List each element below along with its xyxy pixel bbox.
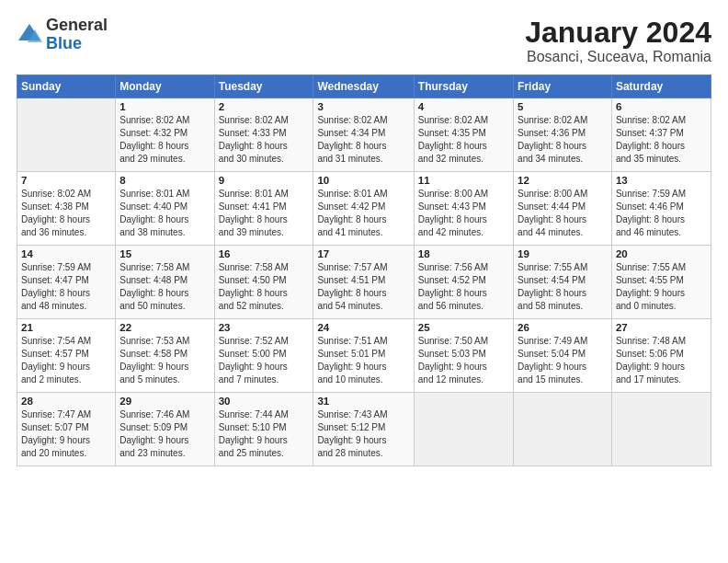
cell-date: 1 [119,101,210,112]
cell-date: 13 [616,175,707,186]
day-header-sunday: Sunday [17,75,116,98]
cell-date: 23 [219,322,310,333]
cell-date: 8 [119,175,210,186]
sunrise-text: Sunrise: 8:01 AM [119,189,189,199]
daylight-text: Daylight: 9 hoursand 2 minutes. [21,362,90,385]
daylight-text: Daylight: 8 hoursand 44 minutes. [518,214,586,237]
sunrise-text: Sunrise: 8:02 AM [518,115,587,125]
sunrise-text: Sunrise: 7:58 AM [119,262,189,272]
sunrise-text: Sunrise: 7:46 AM [119,409,189,419]
sunrise-text: Sunrise: 8:00 AM [518,189,587,199]
sunrise-text: Sunrise: 7:58 AM [219,262,289,272]
cell-date: 22 [119,322,210,333]
sunset-text: Sunset: 5:04 PM [518,349,586,359]
daylight-text: Daylight: 8 hoursand 50 minutes. [119,288,188,311]
sunset-text: Sunset: 5:09 PM [119,422,188,432]
sunrise-text: Sunrise: 7:53 AM [119,336,189,346]
cell-date: 30 [219,396,310,407]
daylight-text: Daylight: 8 hoursand 34 minutes. [518,141,586,164]
calendar-cell: 22Sunrise: 7:53 AMSunset: 4:58 PMDayligh… [116,319,214,393]
sunrise-text: Sunrise: 7:48 AM [616,336,686,346]
sunset-text: Sunset: 4:32 PM [119,128,188,138]
sunset-text: Sunset: 4:55 PM [616,275,684,285]
calendar-cell: 24Sunrise: 7:51 AMSunset: 5:01 PMDayligh… [313,319,414,393]
calendar-body: 1Sunrise: 8:02 AMSunset: 4:32 PMDaylight… [17,98,711,466]
day-header-monday: Monday [116,75,214,98]
sunrise-text: Sunrise: 7:54 AM [21,336,91,346]
cell-info: Sunrise: 8:02 AMSunset: 4:32 PMDaylight:… [119,114,210,166]
sunrise-text: Sunrise: 7:55 AM [518,262,587,272]
calendar-cell: 29Sunrise: 7:46 AMSunset: 5:09 PMDayligh… [116,393,214,466]
day-header-friday: Friday [514,75,612,98]
sunset-text: Sunset: 4:47 PM [21,275,89,285]
sunset-text: Sunset: 5:07 PM [21,422,89,432]
cell-info: Sunrise: 8:02 AMSunset: 4:38 PMDaylight:… [21,188,111,239]
calendar-cell: 20Sunrise: 7:55 AMSunset: 4:55 PMDayligh… [611,246,711,319]
sunrise-text: Sunrise: 7:50 AM [418,336,488,346]
calendar-cell: 3Sunrise: 8:02 AMSunset: 4:34 PMDaylight… [313,98,414,172]
sunrise-text: Sunrise: 8:01 AM [317,189,387,199]
daylight-text: Daylight: 8 hoursand 48 minutes. [21,288,90,311]
calendar-cell [514,393,612,466]
cell-info: Sunrise: 7:58 AMSunset: 4:50 PMDaylight:… [219,261,310,313]
calendar-cell: 18Sunrise: 7:56 AMSunset: 4:52 PMDayligh… [414,246,513,319]
calendar-table: SundayMondayTuesdayWednesdayThursdayFrid… [17,75,711,466]
calendar-cell: 30Sunrise: 7:44 AMSunset: 5:10 PMDayligh… [214,393,313,466]
daylight-text: Daylight: 8 hoursand 52 minutes. [219,288,288,311]
cell-date: 24 [317,322,409,333]
cell-date: 17 [317,248,409,259]
sunset-text: Sunset: 4:38 PM [21,201,89,212]
day-header-tuesday: Tuesday [214,75,313,98]
logo: General Blue [17,17,108,53]
cell-date: 19 [518,248,608,259]
cell-date: 11 [418,175,509,186]
cell-info: Sunrise: 7:48 AMSunset: 5:06 PMDaylight:… [616,335,707,386]
daylight-text: Daylight: 8 hoursand 39 minutes. [219,214,288,237]
cell-info: Sunrise: 8:02 AMSunset: 4:35 PMDaylight:… [418,114,509,166]
page-subtitle: Bosanci, Suceava, Romania [525,49,711,65]
cell-info: Sunrise: 8:02 AMSunset: 4:33 PMDaylight:… [219,114,310,166]
sunset-text: Sunset: 4:51 PM [317,275,385,285]
cell-date: 3 [317,101,409,112]
cell-date: 9 [219,175,310,186]
sunrise-text: Sunrise: 8:02 AM [317,115,387,125]
daylight-text: Daylight: 9 hoursand 15 minutes. [518,362,586,385]
sunset-text: Sunset: 4:35 PM [418,128,486,138]
daylight-text: Daylight: 8 hoursand 32 minutes. [418,141,487,164]
daylight-text: Daylight: 9 hoursand 0 minutes. [616,288,685,311]
sunset-text: Sunset: 5:12 PM [317,422,385,432]
sunrise-text: Sunrise: 7:59 AM [21,262,91,272]
cell-info: Sunrise: 8:00 AMSunset: 4:44 PMDaylight:… [518,188,608,239]
sunset-text: Sunset: 4:43 PM [418,201,486,212]
calendar-cell: 21Sunrise: 7:54 AMSunset: 4:57 PMDayligh… [17,319,116,393]
calendar-cell: 19Sunrise: 7:55 AMSunset: 4:54 PMDayligh… [514,246,612,319]
sunset-text: Sunset: 4:40 PM [119,201,188,212]
cell-info: Sunrise: 7:53 AMSunset: 4:58 PMDaylight:… [119,335,210,386]
page: General Blue January 2024 Bosanci, Sucea… [0,0,728,563]
sunset-text: Sunset: 4:48 PM [119,275,188,285]
daylight-text: Daylight: 9 hoursand 7 minutes. [219,362,288,385]
calendar-cell: 6Sunrise: 8:02 AMSunset: 4:37 PMDaylight… [611,98,711,172]
cell-info: Sunrise: 7:56 AMSunset: 4:52 PMDaylight:… [418,261,509,313]
week-row-2: 7Sunrise: 8:02 AMSunset: 4:38 PMDaylight… [17,172,711,246]
logo-general: General [46,17,108,35]
cell-date: 29 [119,396,210,407]
sunrise-text: Sunrise: 8:02 AM [418,115,488,125]
sunrise-text: Sunrise: 7:49 AM [518,336,587,346]
calendar-cell: 31Sunrise: 7:43 AMSunset: 5:12 PMDayligh… [313,393,414,466]
daylight-text: Daylight: 8 hoursand 58 minutes. [518,288,586,311]
daylight-text: Daylight: 8 hoursand 29 minutes. [119,141,188,164]
calendar-cell: 27Sunrise: 7:48 AMSunset: 5:06 PMDayligh… [611,319,711,393]
cell-info: Sunrise: 7:51 AMSunset: 5:01 PMDaylight:… [317,335,409,386]
sunset-text: Sunset: 4:41 PM [219,201,287,212]
calendar-cell [17,98,116,172]
sunrise-text: Sunrise: 8:02 AM [21,189,91,199]
page-title: January 2024 [525,17,711,49]
calendar-cell [414,393,513,466]
calendar-cell: 14Sunrise: 7:59 AMSunset: 4:47 PMDayligh… [17,246,116,319]
calendar-cell: 2Sunrise: 8:02 AMSunset: 4:33 PMDaylight… [214,98,313,172]
daylight-text: Daylight: 9 hoursand 10 minutes. [317,362,386,385]
sunset-text: Sunset: 4:37 PM [616,128,684,138]
cell-date: 5 [518,101,608,112]
calendar-header: SundayMondayTuesdayWednesdayThursdayFrid… [17,75,711,98]
